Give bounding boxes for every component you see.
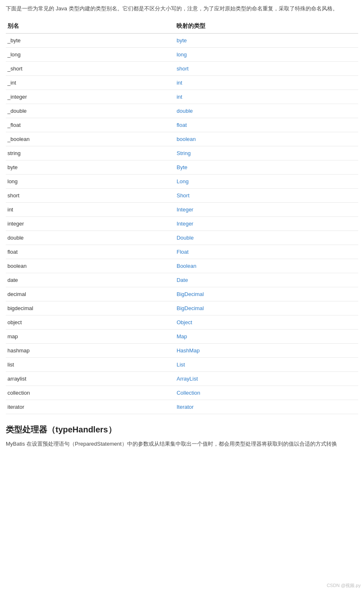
col2-header: 映射的类型 — [175, 19, 358, 34]
alias-cell: _long — [6, 48, 175, 62]
bottom-paragraph: MyBatis 在设置预处理语句（PreparedStatement）中的参数或… — [6, 439, 358, 449]
alias-cell: int — [6, 203, 175, 217]
table-row: floatFloat — [6, 245, 358, 259]
table-row: doubleDouble — [6, 231, 358, 245]
table-row: iteratorIterator — [6, 400, 358, 414]
table-row: _shortshort — [6, 62, 358, 76]
alias-cell: _byte — [6, 34, 175, 48]
table-row: _intint — [6, 76, 358, 90]
table-row: intInteger — [6, 203, 358, 217]
alias-cell: arraylist — [6, 372, 175, 386]
table-row: stringString — [6, 146, 358, 160]
alias-cell: float — [6, 245, 175, 259]
table-row: shortShort — [6, 189, 358, 203]
table-row: dateDate — [6, 273, 358, 287]
type-cell: Long — [175, 175, 358, 189]
type-cell: Double — [175, 231, 358, 245]
table-row: decimalBigDecimal — [6, 287, 358, 301]
table-row: byteByte — [6, 160, 358, 175]
alias-cell: date — [6, 273, 175, 287]
alias-table: 别名 映射的类型 _bytebyte_longlong_shortshort_i… — [6, 19, 358, 414]
table-row: integerInteger — [6, 217, 358, 231]
alias-cell: collection — [6, 386, 175, 400]
alias-cell: list — [6, 358, 175, 372]
table-row: hashmapHashMap — [6, 344, 358, 358]
type-cell: Float — [175, 245, 358, 259]
alias-cell: bigdecimal — [6, 301, 175, 315]
type-cell: Integer — [175, 203, 358, 217]
type-cell: Collection — [175, 386, 358, 400]
alias-cell: string — [6, 146, 175, 160]
alias-cell: _float — [6, 118, 175, 132]
alias-cell: long — [6, 175, 175, 189]
table-row: _floatfloat — [6, 118, 358, 132]
alias-cell: decimal — [6, 287, 175, 301]
alias-cell: boolean — [6, 259, 175, 273]
table-row: booleanBoolean — [6, 259, 358, 273]
table-row: _booleanboolean — [6, 132, 358, 146]
type-cell: Integer — [175, 217, 358, 231]
table-row: mapMap — [6, 330, 358, 344]
type-cell: short — [175, 62, 358, 76]
type-cell: byte — [175, 34, 358, 48]
type-cell: BigDecimal — [175, 301, 358, 315]
table-row: arraylistArrayList — [6, 372, 358, 386]
table-row: bigdecimalBigDecimal — [6, 301, 358, 315]
type-cell: int — [175, 76, 358, 90]
section-title-prefix: 类型处理器（ — [6, 425, 55, 434]
type-cell: float — [175, 118, 358, 132]
type-cell: Iterator — [175, 400, 358, 414]
alias-cell: object — [6, 315, 175, 330]
type-cell: Byte — [175, 160, 358, 175]
table-row: objectObject — [6, 315, 358, 330]
table-row: _integerint — [6, 90, 358, 104]
type-cell: long — [175, 48, 358, 62]
type-cell: double — [175, 104, 358, 118]
table-row: longLong — [6, 175, 358, 189]
alias-cell: short — [6, 189, 175, 203]
alias-cell: map — [6, 330, 175, 344]
col1-header: 别名 — [6, 19, 175, 34]
type-cell: String — [175, 146, 358, 160]
alias-cell: _int — [6, 76, 175, 90]
intro-paragraph: 下面是一些为常见的 Java 类型内建的类型别名。它们都是不区分大小写的，注意，… — [6, 4, 358, 13]
type-cell: boolean — [175, 132, 358, 146]
type-cell: int — [175, 90, 358, 104]
table-row: _doubledouble — [6, 104, 358, 118]
table-row: _bytebyte — [6, 34, 358, 48]
section-title-code: typeHandlers — [55, 425, 108, 434]
type-cell: Date — [175, 273, 358, 287]
alias-cell: _boolean — [6, 132, 175, 146]
alias-cell: iterator — [6, 400, 175, 414]
table-row: _longlong — [6, 48, 358, 62]
alias-cell: _short — [6, 62, 175, 76]
alias-cell: double — [6, 231, 175, 245]
type-cell: BigDecimal — [175, 287, 358, 301]
type-cell: Map — [175, 330, 358, 344]
section-title-suffix: ） — [108, 425, 116, 434]
type-cell: Object — [175, 315, 358, 330]
table-row: listList — [6, 358, 358, 372]
alias-cell: _double — [6, 104, 175, 118]
alias-cell: hashmap — [6, 344, 175, 358]
type-cell: Short — [175, 189, 358, 203]
alias-cell: integer — [6, 217, 175, 231]
type-cell: Boolean — [175, 259, 358, 273]
alias-cell: _integer — [6, 90, 175, 104]
type-cell: List — [175, 358, 358, 372]
alias-cell: byte — [6, 160, 175, 175]
type-cell: HashMap — [175, 344, 358, 358]
section-title: 类型处理器（typeHandlers） — [6, 424, 358, 435]
type-cell: ArrayList — [175, 372, 358, 386]
table-row: collectionCollection — [6, 386, 358, 400]
